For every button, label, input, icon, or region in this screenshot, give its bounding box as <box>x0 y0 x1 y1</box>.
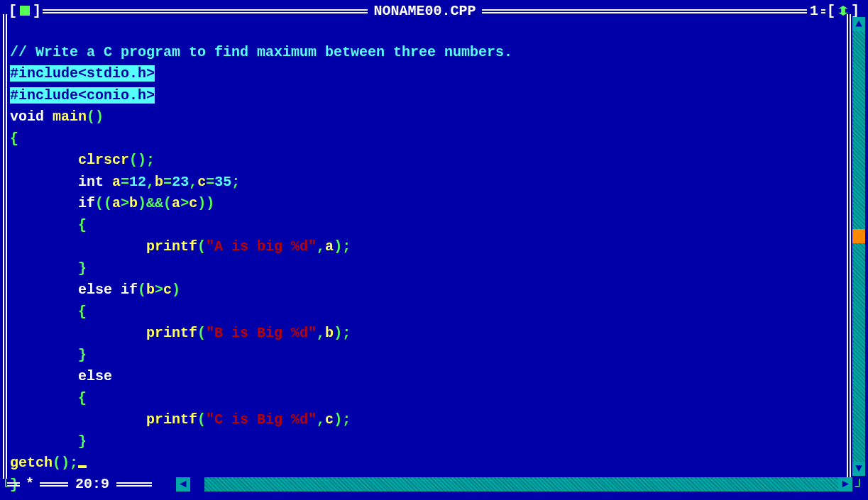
window-number: 1 <box>807 3 821 19</box>
code-editor[interactable]: // Write a C program to find maximum bet… <box>10 20 851 474</box>
code-id: a <box>325 238 334 255</box>
code-keyword: int <box>10 174 104 190</box>
code-punct: = <box>206 174 214 190</box>
code-punct: > <box>121 195 129 211</box>
close-icon <box>20 6 30 16</box>
code-punct: , <box>317 325 325 341</box>
code-string: "A is big %d" <box>206 238 317 255</box>
bracket-right: ] <box>33 3 41 19</box>
code-punct: , <box>146 174 155 190</box>
code-punct: } <box>10 433 87 450</box>
code-id: b <box>129 195 138 211</box>
vertical-scrollbar[interactable]: ▲ ▼ <box>852 17 865 476</box>
code-id: c <box>197 174 206 190</box>
code-punct: ( <box>138 282 146 298</box>
resize-corner-br[interactable]: ┘ <box>855 482 867 493</box>
scroll-track[interactable] <box>852 31 865 462</box>
scroll-down-icon[interactable]: ▼ <box>852 462 865 476</box>
code-punct: ); <box>334 238 351 255</box>
code-include: #include<stdio.h> <box>10 65 155 82</box>
code-punct: , <box>317 411 325 428</box>
border-left <box>3 14 7 479</box>
code-punct: , <box>317 238 325 255</box>
code-punct: ); <box>334 411 351 428</box>
code-fn: printf <box>10 325 197 341</box>
code-keyword: if <box>10 195 95 211</box>
window-title: NONAME00.CPP <box>368 3 481 19</box>
code-num: 12 <box>129 174 146 190</box>
scroll-htrack[interactable] <box>190 477 838 491</box>
code-id: a <box>112 195 121 211</box>
code-punct: } <box>10 260 87 277</box>
code-punct: { <box>10 130 18 147</box>
code-punct: (); <box>53 455 78 471</box>
scroll-left-icon[interactable]: ◄ <box>176 477 190 491</box>
code-num: 35 <box>214 174 231 190</box>
bracket-left: [ <box>827 3 835 19</box>
code-num: 23 <box>172 174 189 190</box>
code-punct: )&&( <box>138 195 172 211</box>
code-id: c <box>325 411 334 428</box>
code-id: a <box>104 174 121 190</box>
code-keyword: else if <box>10 282 138 298</box>
code-fn: printf <box>10 238 197 255</box>
code-punct: (); <box>129 152 155 168</box>
scroll-up-icon[interactable]: ▲ <box>852 17 865 31</box>
code-punct: ( <box>197 325 206 341</box>
code-punct: , <box>189 174 197 190</box>
code-punct: ( <box>197 238 206 255</box>
code-fn: clrscr <box>10 152 129 168</box>
close-box[interactable]: [ ] <box>7 3 43 19</box>
code-punct: = <box>163 174 172 190</box>
code-punct: ); <box>334 325 351 341</box>
code-id: a <box>172 195 180 211</box>
code-string: "B is Big %d" <box>206 325 317 341</box>
code-id: b <box>146 282 155 298</box>
code-fn: main <box>44 109 87 125</box>
text-cursor <box>78 465 87 468</box>
code-punct: { <box>10 304 87 320</box>
scroll-right-icon[interactable]: ► <box>838 477 852 491</box>
cursor-position: 20:9 <box>68 476 116 492</box>
code-punct: ; <box>231 174 240 190</box>
code-punct: ( <box>197 411 206 428</box>
code-comment: // Write a C program to find maximum bet… <box>10 44 512 60</box>
code-keyword: void <box>10 109 44 125</box>
code-keyword: else <box>10 368 112 384</box>
code-fn: getch <box>10 455 53 471</box>
code-punct: ) <box>172 282 180 298</box>
border-line <box>482 9 807 13</box>
code-string: "C is Big %d" <box>206 411 317 428</box>
title-bar: [ ] NONAME00.CPP 1 [ ] <box>7 3 861 18</box>
code-punct: (( <box>95 195 112 211</box>
code-punct: = <box>121 174 129 190</box>
code-id: c <box>189 195 197 211</box>
code-id: b <box>325 325 334 341</box>
scroll-hthumb[interactable] <box>190 477 204 491</box>
editor-window: [ ] NONAME00.CPP 1 [ ] // Write a C prog… <box>0 0 868 500</box>
code-id: b <box>155 174 163 190</box>
code-id: c <box>163 282 172 298</box>
code-punct: )) <box>197 195 214 211</box>
code-punct: > <box>180 195 189 211</box>
scroll-thumb[interactable] <box>852 229 865 243</box>
code-punct: { <box>10 390 87 406</box>
code-fn: printf <box>10 411 197 428</box>
code-punct: () <box>87 109 104 125</box>
border-line <box>40 482 68 487</box>
code-punct: } <box>10 347 87 363</box>
border-line <box>116 482 152 487</box>
border-line <box>43 9 368 13</box>
bracket-left: [ <box>9 3 17 19</box>
code-include: #include<conio.h> <box>10 87 155 104</box>
code-punct: > <box>155 282 163 298</box>
resize-corner-bl[interactable]: └ <box>1 482 13 493</box>
modified-marker: * <box>20 476 40 492</box>
code-punct: { <box>10 217 87 233</box>
horizontal-scrollbar[interactable]: ◄ ► <box>176 477 852 491</box>
